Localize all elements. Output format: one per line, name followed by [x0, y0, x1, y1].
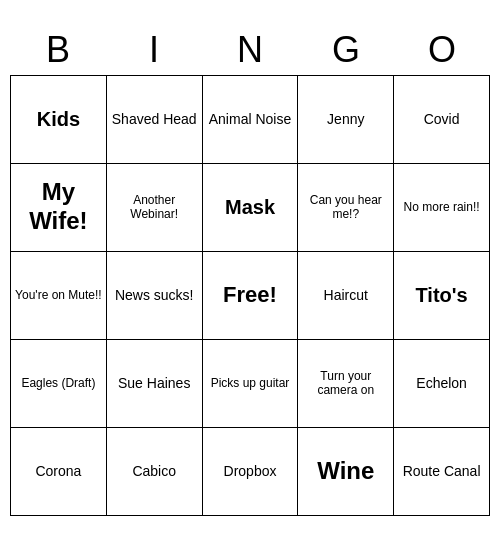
- cell-r3-c3[interactable]: Turn your camera on: [298, 339, 394, 427]
- cell-r0-c4[interactable]: Covid: [394, 75, 490, 163]
- bingo-grid: KidsShaved HeadAnimal NoiseJennyCovidMy …: [10, 75, 490, 516]
- cell-r3-c4[interactable]: Echelon: [394, 339, 490, 427]
- cell-r2-c4[interactable]: Tito's: [394, 251, 490, 339]
- cell-r0-c0[interactable]: Kids: [11, 75, 107, 163]
- cell-r1-c3[interactable]: Can you hear me!?: [298, 163, 394, 251]
- letter-o: O: [398, 29, 486, 71]
- cell-r1-c1[interactable]: Another Webinar!: [106, 163, 202, 251]
- letter-b: B: [14, 29, 102, 71]
- cell-r1-c0[interactable]: My Wife!: [11, 163, 107, 251]
- cell-r3-c2[interactable]: Picks up guitar: [202, 339, 298, 427]
- cell-r0-c3[interactable]: Jenny: [298, 75, 394, 163]
- cell-r4-c4[interactable]: Route Canal: [394, 427, 490, 515]
- cell-r4-c3[interactable]: Wine: [298, 427, 394, 515]
- bingo-title: B I N G O: [10, 29, 490, 71]
- cell-r0-c1[interactable]: Shaved Head: [106, 75, 202, 163]
- letter-g: G: [302, 29, 390, 71]
- cell-r4-c1[interactable]: Cabico: [106, 427, 202, 515]
- cell-r0-c2[interactable]: Animal Noise: [202, 75, 298, 163]
- letter-i: I: [110, 29, 198, 71]
- cell-r4-c0[interactable]: Corona: [11, 427, 107, 515]
- letter-n: N: [206, 29, 294, 71]
- cell-r2-c1[interactable]: News sucks!: [106, 251, 202, 339]
- cell-r1-c2[interactable]: Mask: [202, 163, 298, 251]
- cell-r1-c4[interactable]: No more rain!!: [394, 163, 490, 251]
- cell-r2-c3[interactable]: Haircut: [298, 251, 394, 339]
- cell-r4-c2[interactable]: Dropbox: [202, 427, 298, 515]
- bingo-card: B I N G O KidsShaved HeadAnimal NoiseJen…: [10, 29, 490, 516]
- cell-r2-c0[interactable]: You're on Mute!!: [11, 251, 107, 339]
- cell-r3-c1[interactable]: Sue Haines: [106, 339, 202, 427]
- cell-r3-c0[interactable]: Eagles (Draft): [11, 339, 107, 427]
- cell-r2-c2[interactable]: Free!: [202, 251, 298, 339]
